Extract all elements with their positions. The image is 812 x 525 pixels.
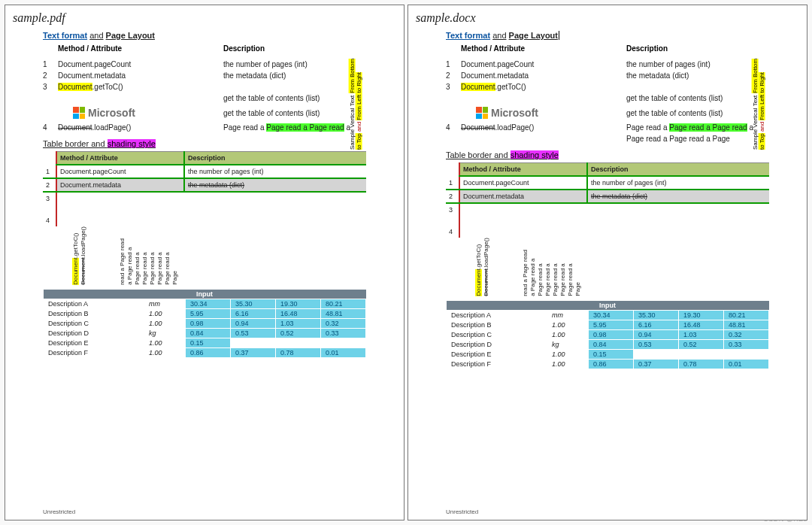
input-row-label: Description F (447, 359, 547, 369)
microsoft-logo: Microsoft (476, 107, 626, 119)
input-row-label: Description A (44, 299, 144, 308)
microsoft-icon (73, 107, 85, 119)
section-table-border-heading: Table border and shading style (446, 150, 769, 159)
section-text-format: Method / Attribute Description 1 Documen… (446, 44, 769, 143)
styled-table: Method / Attribute Description 1 Documen… (446, 162, 769, 238)
microsoft-icon (476, 107, 488, 119)
main-heading: Text format and Page Layout (446, 31, 769, 40)
input-row-label: Description C (447, 329, 547, 339)
section-table-border-heading: Table border and shading style (43, 139, 366, 148)
input-row-label: Description F (44, 347, 144, 357)
vertical-cells: Document.getToC()Document.loadPage()read… (476, 238, 769, 296)
document-pane: sample.pdf Text format and Page Layout M… (5, 5, 404, 520)
method-row: 2 Document.metadata the metadata (dict) (446, 71, 769, 80)
input-row-label: Description B (44, 308, 144, 318)
contents-row: get the table of contents (list) (43, 94, 366, 102)
method-row: 1 Document.pageCount the number of pages… (43, 60, 366, 68)
method-row: 1 Document.pageCount the number of pages… (446, 60, 769, 68)
filename-label: sample.docx (416, 11, 799, 25)
main-heading: Text format and Page Layout (43, 31, 366, 40)
input-table: Input Description Amm30.3435.3019.3080.2… (43, 290, 366, 358)
method-row: 3 Document.getToC() (43, 83, 366, 91)
footer-label: Unrestricted (13, 508, 396, 515)
method-row: 4 Document.loadPage() Page read a Page r… (43, 123, 366, 132)
method-row: 3 Document.getToC() (446, 83, 769, 91)
vertical-cells: Document.getToC()Document.loadPage()read… (73, 226, 366, 285)
contents-row: get the table of contents (list) (446, 94, 769, 102)
styled-table: Method / Attribute Description 1 Documen… (43, 151, 366, 226)
method-row: 2 Document.metadata the metadata (dict) (43, 71, 366, 80)
footer-label: Unrestricted (416, 508, 799, 515)
input-row-label: Description A (447, 310, 547, 320)
filename-label: sample.pdf (13, 11, 396, 25)
input-table: Input Description Amm30.3435.3019.3080.2… (446, 301, 769, 369)
input-row-label: Description E (447, 349, 547, 359)
microsoft-logo: Microsoft (73, 107, 223, 119)
document-pane: sample.docx Text format and Page Layout … (408, 5, 807, 520)
method-row: 4 Document.loadPage() Page read a Page r… (446, 123, 769, 132)
section-text-format: Method / Attribute Description 1 Documen… (43, 44, 366, 132)
input-row-label: Description D (44, 328, 144, 338)
vertical-text-sample: Sample Vertical Text From Bottom to Top … (753, 44, 766, 150)
input-row-label: Description C (44, 318, 144, 328)
input-row-label: Description E (44, 338, 144, 347)
vertical-text-sample: Sample Vertical Text From Bottom to Top … (350, 44, 363, 150)
input-row-label: Description B (447, 320, 547, 329)
input-row-label: Description D (447, 339, 547, 349)
